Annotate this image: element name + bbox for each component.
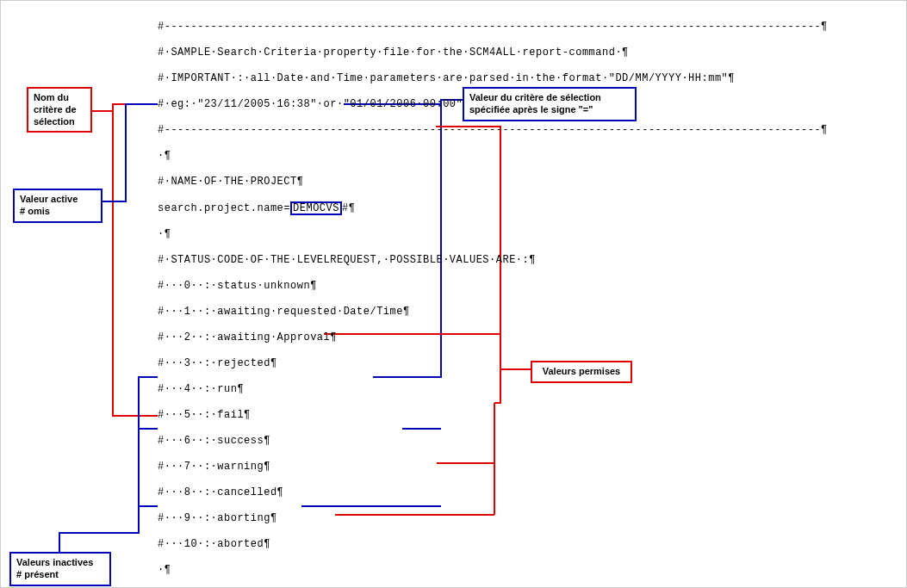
callout-valeur-critere: Valeur du critère de sélectionspécifiée … (463, 87, 637, 121)
value-project-name: DEMOCVS (290, 201, 342, 215)
line: #···1··:·awaiting·requested·Date/Time¶ (158, 306, 828, 319)
line: #···8··:·cancelled¶ (158, 486, 828, 499)
line: ·¶ (158, 228, 828, 241)
line: #·SAMPLE·Search·Criteria·property·file·f… (158, 46, 828, 59)
line: #···3··:·rejected¶ (158, 357, 828, 370)
line: ·¶ (158, 150, 828, 163)
line: #·IMPORTANT·:·all·Date·and·Time·paramete… (158, 72, 828, 85)
line: #···9··:·aborting¶ (158, 512, 828, 525)
line: #---------------------------------------… (158, 21, 828, 34)
line: #·NAME·OF·THE·PROJECT¶ (158, 176, 828, 189)
line: #···10·:·aborted¶ (158, 538, 828, 551)
line: #···4··:·run¶ (158, 383, 828, 396)
line: #···5··:·fail¶ (158, 409, 828, 422)
callout-valeurs-permises: Valeurs permises (531, 361, 632, 383)
line: #···0··:·status·unknown¶ (158, 280, 828, 293)
line: search.project.name=DEMOCVS#¶ (158, 201, 828, 215)
line: #---------------------------------------… (158, 124, 828, 137)
line: #···7··:·warning¶ (158, 461, 828, 473)
line: #···2··:·awaiting·Approval¶ (158, 331, 828, 344)
callout-nom-critere: Nom ducritère desélection (27, 87, 92, 133)
line: #···6··:·success¶ (158, 435, 828, 448)
line: #·STATUS·CODE·OF·THE·LEVELREQUEST,·POSSI… (158, 254, 828, 267)
callout-valeurs-inactives: Valeurs inactives# présent (9, 552, 111, 586)
line: ·¶ (158, 564, 828, 577)
callout-valeur-active: Valeur active# omis (13, 189, 103, 223)
